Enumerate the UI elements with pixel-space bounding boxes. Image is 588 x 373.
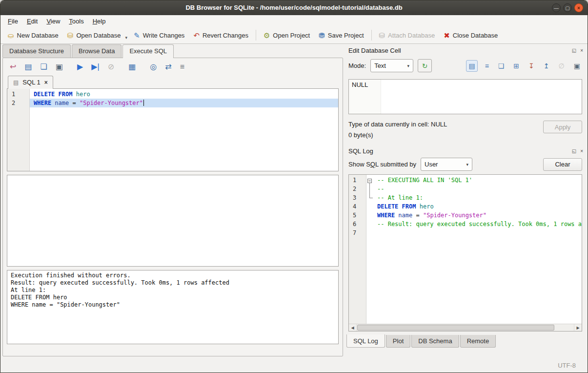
code-text: DELETE FROM hero	[30, 90, 90, 99]
line-number: 5	[349, 211, 366, 220]
titlebar[interactable]: DB Browser for SQLite - /home/user/code/…	[0, 0, 588, 15]
code-text: WHERE name = "Spider-Youngster"	[373, 211, 487, 220]
scroll-right-icon: ▶	[576, 326, 579, 330]
replace-icon[interactable]: ⇄	[165, 63, 171, 71]
scroll-left-button[interactable]: ◀	[349, 324, 357, 331]
results-grid[interactable]	[7, 175, 339, 267]
scrollbar-thumb[interactable]	[357, 325, 554, 331]
save-project-button[interactable]: ⛃Save Project	[314, 29, 368, 41]
menu-help[interactable]: Help	[88, 16, 110, 26]
menu-view[interactable]: View	[42, 16, 64, 26]
cell-editor-text-area[interactable]	[381, 80, 582, 114]
menu-tools[interactable]: Tools	[64, 16, 88, 26]
cell-info-text: Type of data currently in cell: NULL 0 b…	[348, 121, 447, 139]
apply-button-label: Apply	[555, 124, 571, 131]
token-fld: name	[55, 100, 69, 106]
attach-database-button: ⛁Attach Database	[375, 29, 440, 41]
dock-tab-db-schema[interactable]: DB Schema	[411, 335, 459, 348]
token-pl	[72, 91, 76, 98]
sql-log-title: SQL Log	[348, 147, 373, 155]
save-results-icon[interactable]: ▦	[128, 63, 136, 71]
open-database-button[interactable]: ⛁Open Database	[63, 29, 125, 41]
dock-tab-remote[interactable]: Remote	[460, 335, 496, 348]
apply-button: Apply	[543, 121, 582, 133]
save-cell-to-file-icon[interactable]: ⊞	[511, 61, 521, 71]
code-line: WHERE name = "Spider-Youngster"	[30, 99, 338, 107]
fold-toggle-icon[interactable]: −	[367, 179, 372, 183]
execute-all-icon[interactable]: ▶	[77, 63, 83, 71]
minimize-button[interactable]: —	[552, 3, 561, 12]
close-dock-icon[interactable]: ×	[580, 48, 583, 53]
editor-code-area[interactable]: DELETE FROM heroWHERE name = "Spider-You…	[30, 89, 338, 171]
token-cmt: -- Result: query executed successfully. …	[377, 221, 582, 228]
open-sql-file-icon[interactable]: ▤	[24, 63, 32, 71]
fold-none-marker	[366, 220, 373, 228]
submitted-by-value: User	[425, 161, 438, 168]
code-text: -- EXECUTING ALL IN 'SQL 1'	[373, 176, 472, 185]
cell-type-info: Type of data currently in cell: NULL	[348, 121, 447, 128]
auto-switch-mode-button[interactable]: ↻	[418, 59, 432, 72]
text-mode-icon[interactable]: ▤	[466, 60, 477, 72]
open-sql-new-tab-icon[interactable]: ↩	[10, 63, 16, 71]
open-project-button[interactable]: ⚙Open Project	[259, 29, 314, 41]
code-text: DELETE FROM hero	[373, 202, 434, 211]
token-kw: DELETE FROM	[34, 91, 72, 98]
statusbar: UTF-8	[0, 358, 588, 373]
export-cell-icon[interactable]: ↧	[527, 61, 536, 71]
write-changes-icon: ✎	[134, 32, 140, 39]
clear-log-button[interactable]: Clear	[543, 158, 582, 171]
close-dock-icon[interactable]: ×	[580, 148, 583, 154]
code-text	[373, 228, 377, 237]
open-database-dropdown-arrow[interactable]: ▾	[125, 30, 130, 40]
tab-browse-data[interactable]: Browse Data	[72, 44, 122, 58]
execute-line-icon[interactable]: ▶|	[91, 63, 99, 71]
float-dock-icon[interactable]: ◱	[572, 148, 576, 154]
token-tbl: hero	[76, 91, 90, 98]
dock-tab-plot[interactable]: Plot	[386, 335, 410, 348]
horizontal-scrollbar[interactable]: ◀ ▶	[349, 324, 582, 331]
mode-value: Text	[374, 62, 386, 69]
import-cell-icon[interactable]: ↥	[542, 61, 551, 71]
close-icon: ×	[577, 5, 580, 11]
revert-changes-button[interactable]: ↶Revert Changes	[189, 29, 253, 41]
format-sql-icon[interactable]: ≡	[180, 63, 184, 71]
sql-log-viewer[interactable]: 1234567 −-- EXECUTING ALL IN 'SQL 1'----…	[348, 174, 582, 332]
sql-tab-1[interactable]: ▤ SQL 1 ×	[8, 76, 53, 89]
close-database-label: Close Database	[453, 32, 498, 39]
save-sql-file-icon[interactable]: ❏	[41, 63, 47, 71]
scroll-right-button[interactable]: ▶	[574, 324, 582, 331]
new-database-icon: ⛀	[8, 32, 14, 39]
mode-select[interactable]: Text ▾	[370, 59, 413, 72]
submitted-by-select[interactable]: User ▾	[421, 158, 472, 171]
sql-editor[interactable]: 12 DELETE FROM heroWHERE name = "Spider-…	[7, 88, 339, 171]
print-icon[interactable]: ▣	[56, 63, 63, 71]
open-database-icon: ⛁	[67, 32, 74, 39]
close-tab-icon[interactable]: ×	[44, 79, 48, 86]
dock-tab-sql-log[interactable]: SQL Log	[346, 334, 385, 348]
cell-editor[interactable]: NULL	[348, 79, 582, 114]
menu-edit[interactable]: Edit	[22, 16, 42, 26]
encoding-indicator: UTF-8	[558, 362, 576, 369]
write-changes-button[interactable]: ✎Write Changes	[129, 29, 189, 41]
token-tbl: hero	[420, 203, 434, 210]
open-file-in-cell-icon[interactable]: ❏	[496, 61, 507, 71]
maximize-icon: ▢	[565, 5, 569, 11]
print-cell-icon[interactable]: ▣	[572, 61, 582, 71]
word-wrap-icon[interactable]: ≡	[483, 61, 491, 71]
tab-execute-sql[interactable]: Execute SQL	[122, 44, 174, 58]
close-window-button[interactable]: ×	[574, 3, 583, 12]
line-number: 3	[349, 193, 366, 202]
find-icon[interactable]: ◎	[150, 63, 157, 71]
new-database-button[interactable]: ⛀New Database	[3, 29, 63, 41]
line-number: 1	[349, 176, 366, 185]
maximize-button[interactable]: ▢	[563, 3, 572, 12]
close-database-button[interactable]: ✖Close Database	[439, 29, 502, 41]
edit-cell-title: Edit Database Cell	[348, 47, 401, 54]
token-str: "Spider-Youngster"	[80, 100, 143, 106]
toolbar-separator	[371, 30, 372, 41]
main-toolbar: ⛀New Database⛁Open Database▾✎Write Chang…	[0, 27, 588, 44]
tab-database-structure[interactable]: Database Structure	[2, 44, 71, 58]
float-dock-icon[interactable]: ◱	[572, 48, 576, 53]
menu-file[interactable]: File	[3, 16, 22, 26]
right-panel: Edit Database Cell ◱ × Mode: Text ▾ ↻ ▤≡…	[345, 44, 585, 358]
